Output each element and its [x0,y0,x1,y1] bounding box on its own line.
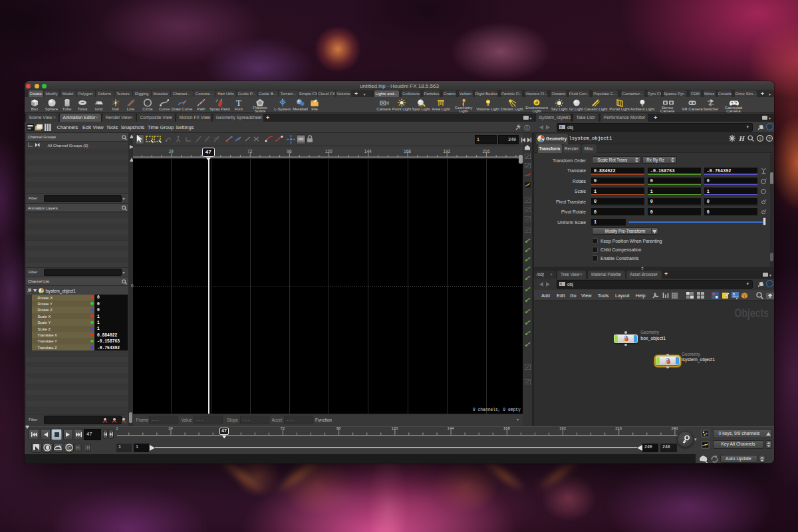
svg-text:i: i [759,136,761,141]
svg-text:?: ? [768,136,771,141]
svg-text:C: C [67,445,71,451]
svg-text:H: H [738,134,745,142]
